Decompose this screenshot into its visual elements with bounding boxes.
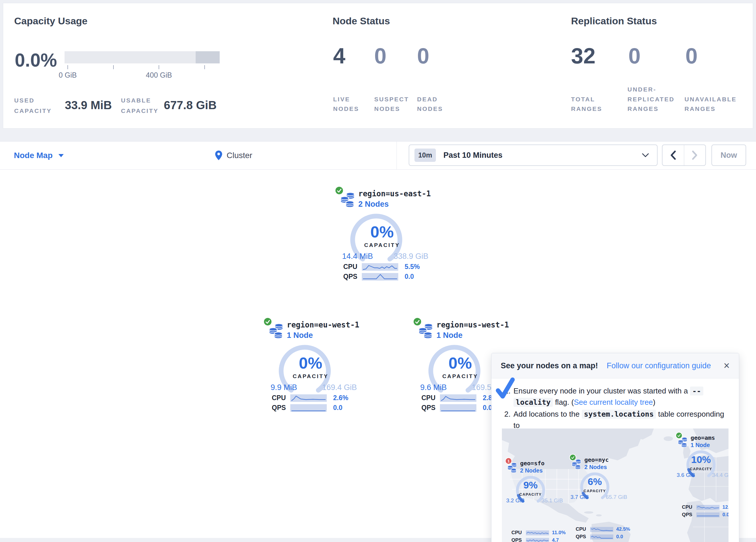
- region-card-us-east-1[interactable]: region=us-east-1 2 Nodes 0% CAPACITY 14.…: [333, 185, 431, 287]
- time-range-dropdown[interactable]: 10m Past 10 Minutes: [409, 144, 658, 166]
- node-map-page: Capacity Usage 0.0% 0 GiB 400 GiB USED C…: [0, 0, 756, 542]
- time-range-label: Past 10 Minutes: [443, 151, 502, 160]
- capacity-percent: 10%: [676, 454, 726, 465]
- total-capacity: 65.7 GiB: [606, 494, 627, 500]
- qps-label: QPS: [272, 404, 287, 412]
- qps-label: QPS: [511, 537, 524, 542]
- database-icon: [419, 323, 434, 340]
- live-nodes-value: 4: [333, 43, 345, 68]
- popover-header: See your nodes on a map! Follow our conf…: [491, 353, 739, 379]
- region-icon-group: [261, 317, 285, 341]
- chevron-left-icon: [670, 150, 677, 160]
- used-capacity: 3.6 GiB: [677, 472, 695, 478]
- used-capacity: 9.9 MiB: [271, 383, 297, 392]
- capacity-percent: 9%: [505, 480, 556, 491]
- region-node-count: 1 Node: [287, 331, 313, 340]
- map-node-count: 1 Node: [691, 442, 710, 449]
- code-chip: locality: [513, 398, 553, 407]
- cpu-value: 2.6%: [333, 394, 348, 402]
- cpu-label: CPU: [576, 526, 588, 532]
- qps-label: QPS: [343, 273, 358, 281]
- map-pin-icon: [215, 150, 223, 161]
- status-error-icon: 1: [505, 458, 512, 464]
- total-capacity: 338.9 GiB: [394, 252, 428, 261]
- total-ranges-value: 32: [571, 43, 596, 68]
- live-nodes-label: LIVE NODES: [333, 94, 362, 114]
- total-capacity: 169.4 GiB: [322, 383, 357, 392]
- suspect-nodes-label: SUSPECT NODES: [374, 94, 412, 114]
- region-card-eu-west-1[interactable]: region=eu-west-1 1 Node 0% CAPACITY 9.9 …: [261, 317, 360, 418]
- region-name: region=eu-west-1: [287, 321, 359, 329]
- axis-tick: [67, 65, 68, 69]
- replication-status-title: Replication Status: [571, 15, 657, 27]
- capacity-percent: 0%: [261, 354, 360, 372]
- status-ok-icon: [263, 317, 272, 326]
- qps-value: 0.0: [722, 512, 729, 518]
- qps-sparkline: [440, 404, 476, 412]
- status-ok-icon: [335, 186, 344, 195]
- configuration-guide-link[interactable]: Follow our configuration guide: [607, 361, 711, 370]
- qps-sparkline: [526, 538, 549, 542]
- time-range-badge: 10m: [414, 148, 436, 162]
- cpu-label: CPU: [511, 530, 524, 536]
- node-map-canvas: region=us-east-1 2 Nodes 0% CAPACITY 14.…: [0, 170, 756, 538]
- used-capacity-value: 33.9 MiB: [65, 99, 112, 112]
- capacity-label: CAPACITY: [676, 467, 726, 471]
- used-capacity-label: USED CAPACITY: [14, 95, 60, 116]
- dead-nodes-label: DEAD NODES: [417, 94, 449, 114]
- total-capacity: 34.4 GiB: [712, 472, 729, 478]
- map-node-name: geo=nyc: [584, 456, 609, 463]
- locality-tree-link[interactable]: See current locality tree: [574, 398, 653, 407]
- breadcrumb[interactable]: Cluster: [215, 141, 252, 169]
- used-capacity: 3.2 GiB: [506, 497, 524, 504]
- qps-value: 0.0: [616, 534, 623, 540]
- cpu-sparkline: [290, 394, 327, 402]
- database-icon: [269, 323, 285, 340]
- qps-sparkline: [362, 273, 398, 281]
- chevron-right-icon: [691, 150, 698, 160]
- now-button[interactable]: Now: [711, 144, 746, 166]
- capacity-label: CAPACITY: [569, 489, 620, 493]
- cpu-sparkline: [696, 505, 720, 510]
- checkmark-icon: [493, 376, 518, 401]
- step-1: 1. Ensure every node in your cluster was…: [500, 385, 730, 408]
- capacity-percent: 6%: [569, 476, 620, 487]
- status-ok-icon: [413, 317, 422, 326]
- axis-tick-label: 0 GiB: [59, 71, 77, 79]
- qps-value: 0.0: [333, 404, 342, 412]
- region-icon-group: [333, 185, 356, 209]
- qps-label: QPS: [682, 512, 695, 518]
- cpu-value: 42.5%: [616, 526, 630, 532]
- toolbar: Node Map Cluster 10m Past 10 Minutes: [0, 141, 756, 170]
- status-ok-icon: [569, 454, 576, 461]
- qps-sparkline: [290, 404, 327, 412]
- region-node-count: 2 Nodes: [358, 200, 389, 209]
- region-name: region=us-west-1: [436, 321, 509, 329]
- close-icon[interactable]: ×: [724, 361, 730, 371]
- total-capacity: 35.1 GiB: [542, 497, 563, 504]
- view-selector-dropdown[interactable]: Node Map: [14, 141, 64, 169]
- prev-time-button[interactable]: [663, 145, 684, 165]
- qps-label: QPS: [576, 534, 588, 540]
- map-node-name: geo=sfo: [520, 460, 544, 467]
- capacity-bar-nonusable-segment: [196, 51, 220, 63]
- time-step-buttons: [662, 144, 706, 166]
- qps-sparkline: [696, 512, 720, 517]
- cpu-label: CPU: [682, 504, 695, 510]
- capacity-percent: 0.0%: [15, 49, 57, 71]
- suspect-nodes-value: 0: [374, 43, 386, 68]
- cpu-sparkline: [590, 527, 613, 532]
- database-icon: [340, 192, 356, 208]
- next-time-button[interactable]: [684, 145, 706, 165]
- region-name: region=us-east-1: [358, 189, 431, 198]
- under-replicated-label: UNDER-REPLICATED RANGES: [627, 84, 681, 114]
- axis-tick: [204, 65, 205, 69]
- view-selector-label: Node Map: [14, 151, 53, 160]
- map-node-name: geo=ams: [691, 434, 715, 441]
- total-ranges-label: TOTAL RANGES: [571, 94, 606, 114]
- cpu-sparkline: [526, 530, 549, 535]
- capacity-label: CAPACITY: [505, 492, 556, 497]
- usable-capacity-value: 677.8 GiB: [164, 99, 216, 112]
- capacity-label: CAPACITY: [333, 242, 431, 248]
- cpu-label: CPU: [343, 263, 358, 271]
